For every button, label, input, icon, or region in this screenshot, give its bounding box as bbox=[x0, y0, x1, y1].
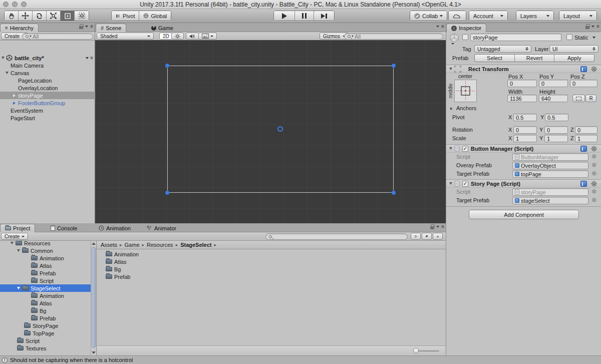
tab-animator[interactable]: Animator bbox=[142, 224, 181, 232]
project-files-area[interactable]: Animation Atlas Bg Prefab bbox=[97, 249, 446, 345]
hierarchy-item-main-camera[interactable]: Main Camera bbox=[0, 62, 95, 69]
effects-dropdown-button[interactable] bbox=[198, 33, 217, 40]
project-file-animation[interactable]: Animation bbox=[97, 250, 446, 258]
thumbnail-zoom-slider-handle[interactable] bbox=[413, 348, 419, 353]
story-page-header[interactable]: ✓ Story Page (Script) bbox=[446, 179, 601, 188]
2d-toggle-button[interactable]: 2D bbox=[159, 33, 173, 40]
target-prefab-field[interactable]: topPage bbox=[512, 170, 588, 178]
disclosure-right-icon[interactable] bbox=[13, 102, 16, 105]
pause-button[interactable] bbox=[295, 11, 314, 21]
tab-project[interactable]: Project bbox=[0, 224, 35, 232]
hierarchy-item-footerbuttongroup[interactable]: FooterButtonGroup bbox=[0, 99, 95, 107]
pivot-y-field[interactable]: 0.5 bbox=[545, 114, 568, 121]
rotation-x-field[interactable]: 0 bbox=[513, 126, 537, 134]
fold-icon[interactable] bbox=[449, 68, 452, 70]
blueprint-mode-button[interactable] bbox=[572, 95, 585, 102]
layer-dropdown[interactable]: UI bbox=[549, 45, 598, 53]
pivot-x-field[interactable]: 0.5 bbox=[513, 114, 537, 121]
lock-icon[interactable] bbox=[79, 26, 83, 29]
hierarchy-item-pagelocation[interactable]: PageLocation bbox=[0, 77, 95, 84]
tab-hierarchy[interactable]: ≡ Hierarchy bbox=[0, 24, 39, 32]
panel-menu-icon[interactable]: ≡ bbox=[441, 24, 444, 29]
layers-dropdown[interactable]: Layers bbox=[516, 11, 553, 21]
breadcrumb-stageselect[interactable]: StageSelect bbox=[180, 242, 211, 248]
lock-icon[interactable] bbox=[585, 26, 589, 29]
breadcrumb-resources[interactable]: Resources bbox=[147, 242, 173, 248]
project-tree-stageselect-bg[interactable]: Bg bbox=[0, 307, 91, 314]
panel-caret-icon[interactable] bbox=[436, 226, 439, 228]
gameobject-name-field[interactable]: storyPage bbox=[470, 34, 561, 41]
fold-icon[interactable] bbox=[449, 182, 452, 185]
rotation-z-field[interactable]: 0 bbox=[575, 126, 597, 134]
global-toggle-button[interactable]: Global bbox=[139, 11, 171, 21]
prefab-select-button[interactable]: Select bbox=[475, 55, 515, 62]
tab-console[interactable]: Console bbox=[46, 224, 82, 232]
disclosure-right-icon[interactable] bbox=[13, 94, 16, 97]
static-checkbox[interactable] bbox=[566, 34, 572, 40]
project-create-button[interactable]: Create bbox=[1, 233, 28, 240]
help-icon[interactable] bbox=[580, 146, 587, 152]
scale-y-field[interactable]: 1 bbox=[544, 135, 568, 142]
project-tree-common-script[interactable]: Script bbox=[0, 277, 91, 284]
tab-scene[interactable]: # Scene bbox=[96, 24, 126, 32]
layout-dropdown[interactable]: Layout bbox=[559, 11, 596, 21]
prefab-revert-button[interactable]: Revert bbox=[515, 55, 555, 62]
gameobject-cube-icon[interactable] bbox=[449, 33, 459, 43]
add-component-button[interactable]: Add Component bbox=[469, 210, 579, 219]
project-tree-toppage[interactable]: TopPage bbox=[0, 329, 91, 337]
rect-handle-bottom-right[interactable] bbox=[392, 191, 396, 195]
rotation-y-field[interactable]: 0 bbox=[544, 126, 568, 134]
play-button[interactable] bbox=[274, 11, 295, 21]
sp-target-prefab-field[interactable]: stageSelect bbox=[512, 197, 588, 204]
transform-combined-tool-button[interactable] bbox=[75, 11, 89, 21]
scene-viewport[interactable] bbox=[95, 40, 446, 223]
gear-icon[interactable] bbox=[591, 181, 597, 187]
hierarchy-item-storypage[interactable]: storyPage bbox=[0, 92, 95, 99]
gear-icon[interactable] bbox=[591, 66, 597, 72]
project-search-input[interactable] bbox=[265, 233, 408, 240]
scroll-up-arrow[interactable] bbox=[91, 241, 96, 245]
object-picker-icon[interactable]: ◎ bbox=[592, 189, 596, 194]
active-checkbox[interactable] bbox=[462, 34, 468, 40]
component-enabled-checkbox[interactable]: ✓ bbox=[462, 146, 468, 152]
hierarchy-item-eventsystem[interactable]: EventSystem bbox=[0, 107, 95, 114]
hand-tool-button[interactable] bbox=[5, 11, 19, 21]
overay-prefab-field[interactable]: OverlayObject bbox=[512, 162, 588, 169]
rect-handle-bottom-left[interactable] bbox=[165, 191, 169, 195]
rotate-tool-button[interactable] bbox=[33, 11, 47, 21]
scene-row-menu-icon[interactable]: ≡ bbox=[90, 56, 93, 61]
pos-x-field[interactable]: 0 bbox=[507, 80, 537, 87]
help-icon[interactable] bbox=[580, 66, 587, 72]
gameobject-icon-caret[interactable] bbox=[451, 43, 454, 45]
tag-dropdown[interactable]: Untagged bbox=[474, 45, 531, 53]
project-tree-common-atlas[interactable]: Atlas bbox=[0, 262, 91, 269]
hierarchy-search-input[interactable]: All bbox=[22, 33, 93, 40]
project-tree-stageselect-animation[interactable]: Animation bbox=[0, 292, 91, 299]
pos-z-field[interactable]: 0 bbox=[570, 80, 597, 87]
scale-x-field[interactable]: 1 bbox=[513, 135, 537, 142]
search-by-label-button[interactable] bbox=[422, 233, 432, 240]
panel-menu-icon[interactable]: ≡ bbox=[596, 24, 599, 29]
pivot-toggle-button[interactable]: Pivot bbox=[112, 11, 139, 21]
rect-handle-top-right[interactable] bbox=[392, 64, 396, 68]
panel-menu-icon[interactable]: ≡ bbox=[441, 224, 444, 229]
raw-mode-button[interactable]: R bbox=[585, 95, 596, 102]
breadcrumb-game[interactable]: Game bbox=[125, 242, 140, 248]
script-field[interactable]: storyPage bbox=[512, 188, 588, 196]
button-manager-header[interactable]: ✓ Button Manager (Script) bbox=[446, 144, 601, 153]
object-picker-icon[interactable]: ◎ bbox=[592, 171, 596, 176]
prefab-apply-button[interactable]: Apply bbox=[554, 55, 594, 62]
hierarchy-item-canvas[interactable]: Canvas bbox=[0, 69, 95, 77]
disclosure-down-icon[interactable] bbox=[11, 242, 14, 244]
tab-animation[interactable]: Animation bbox=[94, 224, 135, 232]
lock-icon[interactable] bbox=[430, 226, 434, 229]
panel-caret-icon[interactable] bbox=[591, 26, 594, 28]
object-picker-icon[interactable]: ◎ bbox=[592, 162, 596, 167]
step-button[interactable] bbox=[314, 11, 334, 21]
tab-game[interactable]: Game bbox=[147, 24, 178, 32]
scroll-down-arrow[interactable] bbox=[91, 351, 96, 354]
object-picker-icon[interactable]: ◎ bbox=[592, 154, 596, 159]
project-file-atlas[interactable]: Atlas bbox=[97, 258, 446, 265]
project-tree-textures[interactable]: Textures bbox=[0, 344, 91, 352]
panel-menu-icon[interactable]: ≡ bbox=[90, 24, 93, 29]
